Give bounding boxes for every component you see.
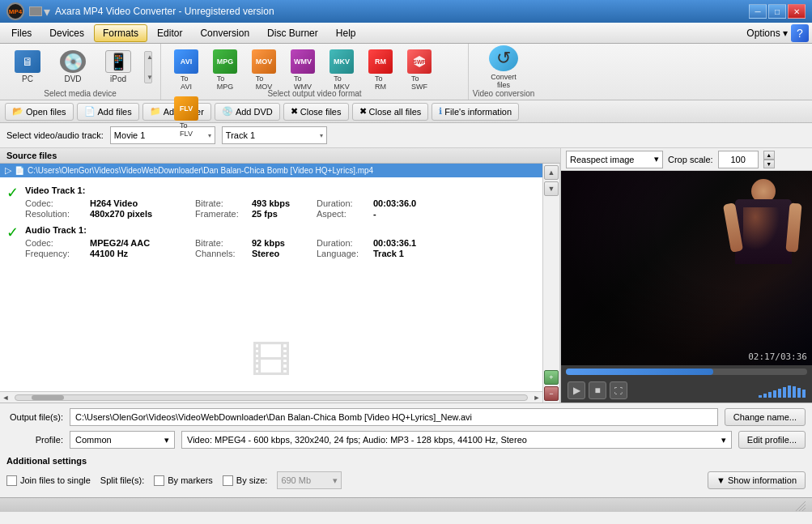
volume-bar-3 [773,390,776,398]
change-name-button[interactable]: Change name... [725,408,806,426]
dropdown-arrow[interactable]: ▾ [44,4,50,19]
menu-devices[interactable]: Devices [41,24,92,42]
close-files-button[interactable]: ✖ Close files [283,103,349,121]
volume-bar-9 [802,390,806,398]
window-controls: ─ □ ✕ [749,4,806,19]
convert-button[interactable]: ↺ Convertfiles [475,45,532,90]
edit-profile-button[interactable]: Edit profile... [738,431,806,449]
progress-bar-area[interactable] [561,365,812,378]
flv-label: ToFLV [180,121,193,138]
join-files-checkbox[interactable] [6,475,17,486]
format-mov-button[interactable]: MOV ToMOV [245,47,283,92]
menu-conversion[interactable]: Conversion [192,24,257,42]
minimize-button[interactable]: ─ [749,4,767,19]
options-menu[interactable]: Options ▾ [746,28,788,39]
track-info: ✓ Video Track 1: Codec: H264 Video Bitra… [0,181,542,270]
output-path-value: C:\Users\OlenGor\Videos\VideoWebDownload… [75,412,472,422]
main-content: Select video/audio track: Movie 1 ▾ Trac… [0,123,812,403]
file-path-row[interactable]: ▷ 📄 C:\Users\OlenGor\Videos\VideoWebDown… [0,164,542,177]
help-icon[interactable]: ? [791,24,809,42]
time-display: 02:17/03:36 [748,351,807,362]
close-all-icon: ✖ [359,106,367,117]
by-size-checkbox[interactable] [223,475,233,486]
split-size-value: 690 Mb [281,475,311,485]
open-files-button[interactable]: 📂 Open files [5,103,74,121]
flv-icon: FLV [174,96,198,121]
dvd-button[interactable]: 💿 DVD [52,46,94,88]
scroll-track[interactable] [15,394,528,401]
playback-controls: ▶ ■ ⛶ [561,378,812,403]
close-all-files-button[interactable]: ✖ Close all files [352,103,429,121]
scroll-left-btn[interactable]: ◄ [0,394,11,402]
close-button[interactable]: ✕ [788,4,806,19]
scroll-right-btn[interactable]: ► [531,394,542,402]
resize-grip[interactable] [794,500,806,511]
channels-value: Stereo [252,249,317,258]
format-flv-button[interactable]: FLV ToFLV [168,94,205,139]
resize-mode-select[interactable]: Reaspect image ▾ [566,151,663,168]
quick-access-btn[interactable] [29,6,42,16]
audio-track-select[interactable]: Track 1 ▾ [222,126,327,144]
scroll-up-btn[interactable]: ▲ [544,165,559,180]
menu-disc-burner[interactable]: Disc Burner [259,24,326,42]
video-track-details: Video Track 1: Codec: H264 Video Bitrate… [25,185,416,219]
video-track-check: ✓ [6,185,19,200]
menu-formats[interactable]: Formats [94,24,147,42]
scroll-thumb[interactable] [32,395,64,400]
add-dvd-button[interactable]: 💿 Add DVD [215,103,280,121]
bottom-section: Output file(s): C:\Users\OlenGor\Videos\… [0,403,812,497]
menu-files[interactable]: Files [3,24,40,42]
progress-bar-fill [566,369,713,375]
aspect-value: - [373,209,416,219]
format-avi-button[interactable]: AVI ToAVI [168,47,205,92]
ipod-button[interactable]: 📱 iPod [97,46,139,88]
stop-button[interactable]: ■ [589,381,606,399]
profile-arrow: ▾ [164,435,169,445]
pc-icon: 🖥 [15,50,40,73]
by-size-label: By size: [236,475,268,485]
language-value: Track 1 [373,249,416,258]
format-swf-button[interactable]: SWF ToSWF [401,47,438,92]
menu-items: Files Devices Formats Editor Conversion … [3,24,363,42]
scroll-down-btn[interactable]: ▼ [544,181,559,196]
crop-down-btn[interactable]: ▼ [763,160,775,168]
file-area-wrapper: ▷ 📄 C:\Users\OlenGor\Videos\VideoWebDown… [0,164,542,403]
format-rm-button[interactable]: RM ToRM [362,47,399,92]
video-track-arrow: ▾ [208,132,211,139]
crop-up-btn[interactable]: ▲ [763,151,775,160]
format-mpg-button[interactable]: MPG ToMPG [206,47,244,92]
device-section-label: Select media device [0,89,160,98]
menu-help[interactable]: Help [328,24,364,42]
add-files-button[interactable]: 📄 Add files [77,103,139,121]
fullscreen-button[interactable]: ⛶ [610,381,627,399]
right-panel: Reaspect image ▾ Crop scale: 100 ▲ ▼ [561,148,812,403]
mpg-label: ToMPG [217,75,234,91]
file-info-icon: ℹ [439,106,442,117]
crop-value[interactable]: 100 [718,151,759,168]
split-size-select[interactable]: 690 Mb ▾ [277,471,342,489]
show-info-button[interactable]: ▼ Show information [708,471,806,489]
profile-select[interactable]: Common ▾ [70,431,175,449]
output-path[interactable]: C:\Users\OlenGor\Videos\VideoWebDownload… [70,408,718,426]
scroll-plus-btn[interactable]: + [544,370,559,385]
by-markers-checkbox[interactable] [154,475,164,486]
menu-editor[interactable]: Editor [149,24,190,42]
scroll-minus-btn[interactable]: − [544,386,559,401]
pc-button[interactable]: 🖥 PC [6,46,49,88]
progress-bar-track[interactable] [566,369,807,375]
restore-button[interactable]: □ [768,4,786,19]
device-scroll-btn[interactable]: ▲ ▼ [144,51,152,83]
horizontal-scrollbar[interactable]: ◄ ► [0,391,542,403]
format-wmv-button[interactable]: WMV ToWMV [284,47,321,92]
content-area: Source files ▷ 📄 C:\Users\OlenGor\Videos… [0,148,812,403]
duration-value: 00:03:36.0 [373,198,416,208]
profile-label: Profile: [6,435,63,445]
play-button[interactable]: ▶ [568,381,585,399]
close-files-icon: ✖ [291,106,298,117]
convert-section-label: Video conversion [469,89,538,98]
file-info-button[interactable]: ℹ File's information [432,103,519,121]
volume-bar-4 [778,389,781,398]
audio-freq-label: Frequency: [25,249,90,258]
format-mkv-button[interactable]: MKV ToMKV [323,47,360,92]
close-files-label: Close files [300,107,342,117]
